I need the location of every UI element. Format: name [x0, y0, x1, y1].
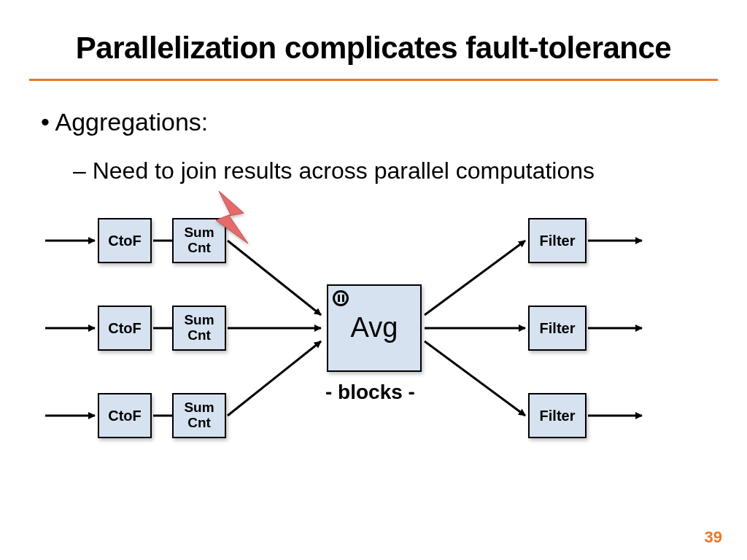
svg-line-11	[425, 341, 525, 416]
svg-line-8	[228, 341, 321, 416]
pause-icon	[333, 290, 349, 306]
blocks-caption: - blocks -	[325, 381, 415, 404]
bullet-level-2: Need to join results across parallel com…	[73, 158, 595, 184]
slide: Parallelization complicates fault-tolera…	[0, 0, 747, 560]
lightning-bolt-icon	[201, 191, 260, 261]
sumcnt-box-2: Sum Cnt	[172, 306, 226, 351]
avg-box: Avg	[327, 284, 422, 372]
svg-line-9	[425, 241, 525, 315]
diagram: CtoF Sum Cnt Filter CtoF Sum Cnt Filter …	[0, 190, 747, 510]
sumcnt-box-3: Sum Cnt	[172, 393, 226, 438]
ctof-box-2: CtoF	[98, 306, 152, 351]
slide-title: Parallelization complicates fault-tolera…	[0, 31, 747, 66]
ctof-box-1: CtoF	[98, 218, 152, 263]
filter-box-3: Filter	[528, 393, 587, 438]
title-underline	[29, 79, 718, 81]
page-number: 39	[705, 528, 722, 547]
filter-box-1: Filter	[528, 218, 587, 263]
avg-label: Avg	[351, 313, 398, 343]
bullet-level-1: Aggregations:	[41, 108, 208, 136]
filter-box-2: Filter	[528, 306, 587, 351]
ctof-box-3: CtoF	[98, 393, 152, 438]
